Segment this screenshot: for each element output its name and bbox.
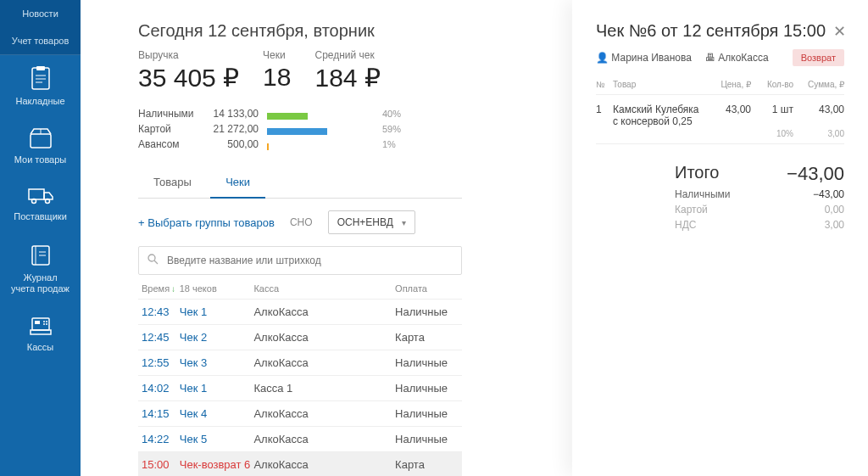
total-value: −43,00 [787,163,844,185]
register-name: 🖶 АлкоКасса [705,52,769,64]
cell-check: Чек 1 [180,305,254,318]
clipboard-icon [29,65,53,91]
metric-label: Выручка [138,49,239,61]
sidebar-item-sales-log[interactable]: Журнал учета продаж [0,233,81,305]
search-input-wrapper[interactable] [138,246,462,275]
table-row[interactable]: 14:22 Чек 5 АлкоКасса Наличные [138,426,462,451]
cell-time: 12:43 [138,305,180,318]
item-tax-row: 10%3,00 [596,129,844,144]
search-icon [147,254,159,267]
cell-time: 12:45 [138,331,180,344]
payment-bar [267,110,369,117]
svg-point-20 [46,323,47,325]
metric-checks: Чеки 18 [263,49,291,92]
sidebar-item-label: Поставщики [14,211,67,222]
tab-checks[interactable]: Чеки [210,167,265,199]
cell-time: 14:02 [138,382,180,395]
col-pay-header[interactable]: Оплата [395,283,462,294]
cell-check: Чек 1 [180,382,254,395]
table-row[interactable]: 12:43 Чек 1 АлкоКасса Наличные [138,299,462,324]
close-icon[interactable]: ✕ [833,22,846,41]
nds-label: НДС [675,219,696,231]
cell-kassa: АлкоКасса [253,331,395,344]
sidebar-item-my-goods[interactable]: Мои товары [0,117,81,176]
search-input[interactable] [167,255,453,266]
cell-pay: Наличные [395,433,462,445]
metric-value: 35 405 ₽ [138,63,239,92]
payment-pct: 59% [382,124,401,134]
table-row[interactable]: 12:45 Чек 2 АлкоКасса Карта [138,324,462,350]
svg-rect-5 [31,134,51,148]
sidebar: Новости Учет товаров Накладные Мои товар… [0,0,81,476]
payment-label: Авансом [138,138,199,150]
metric-label: Средний чек [314,49,380,61]
sidebar-item-invoices[interactable]: Накладные [0,55,81,117]
check-detail-panel: ✕ Чек №6 от 12 сентября 15:00 👤 Марина И… [572,0,868,476]
cash-label: Наличными [675,188,731,200]
sidebar-item-label: Мои товары [14,154,67,165]
sidebar-item-label: Журнал учета продаж [11,272,70,294]
metric-average: Средний чек 184 ₽ [314,49,380,92]
cell-pay: Наличные [395,305,462,318]
sidebar-link-inventory[interactable]: Учет товаров [0,27,81,54]
svg-line-22 [154,260,158,264]
tab-products[interactable]: Товары [138,167,207,197]
box-icon [28,127,53,149]
cashier-name: 👤 Марина Иванова [596,52,692,64]
sidebar-item-label: Накладные [15,96,64,107]
cash-register-icon [29,315,53,337]
cell-kassa: АлкоКасса [253,305,395,318]
svg-point-8 [31,199,36,204]
col-kassa-header[interactable]: Касса [253,283,395,294]
table-row[interactable]: 15:00 Чек-возврат 6 АлкоКасса Карта [138,451,462,476]
cell-pay: Наличные [395,356,462,369]
cell-kassa: АлкоКасса [253,458,395,471]
payment-label: Наличными [138,108,199,120]
payment-row: Наличными 14 133,00 40% [138,108,462,120]
register-icon: 🖶 [705,52,718,64]
chevron-down-icon: ▾ [402,218,406,227]
payment-amount: 21 272,00 [208,123,259,135]
svg-rect-1 [36,66,45,70]
sidebar-item-label: Кассы [27,342,53,353]
sort-asc-icon: ↓ [171,284,175,294]
payment-pct: 40% [382,109,401,119]
payment-pct: 1% [382,139,396,149]
cell-check: Чек 5 [180,433,254,445]
col-check-header[interactable]: 18 чеков [180,283,254,294]
col-time-header[interactable]: Время [142,283,170,294]
card-value: 0,00 [825,204,844,216]
sno-select[interactable]: ОСН+ЕНВД ▾ [328,210,415,234]
totals-block: Итого −43,00 Наличными −43,00 Картой 0,0… [675,161,844,232]
return-badge: Возврат [793,49,844,66]
svg-rect-7 [29,189,44,199]
detail-title: Чек №6 от 12 сентября 15:00 [596,21,844,41]
cell-kassa: АлкоКасса [253,433,395,445]
cell-kassa: АлкоКасса [253,407,395,420]
cell-time: 15:00 [138,458,180,471]
sidebar-link-news[interactable]: Новости [0,0,81,27]
total-label: Итого [675,163,719,185]
item-row: 1Камский Кулебяка с консервой 0,2543,001… [596,95,844,129]
sidebar-item-suppliers[interactable]: Поставщики [0,176,81,232]
cell-pay: Карта [395,331,462,344]
cell-time: 14:22 [138,433,180,445]
select-groups-button[interactable]: + Выбрать группы товаров [138,216,275,229]
cell-time: 12:55 [138,356,180,369]
cell-pay: Наличные [395,382,462,395]
book-icon [30,244,52,267]
main-content: Сегодня 12 сентября, вторник Выручка 35 … [81,0,868,476]
page-title: Сегодня 12 сентября, вторник [138,21,462,41]
table-row[interactable]: 14:02 Чек 1 Касса 1 Наличные [138,375,462,400]
sidebar-item-registers[interactable]: Кассы [0,305,81,363]
svg-point-18 [46,321,47,322]
table-row[interactable]: 12:55 Чек 3 АлкоКасса Наличные [138,350,462,375]
item-table-header: № Товар Цена, ₽ Кол-во Сумма, ₽ [596,80,844,95]
payment-bar [267,126,369,132]
cell-check: Чек 2 [180,331,254,344]
payment-label: Картой [138,123,199,135]
truck-icon [27,186,54,206]
cell-pay: Наличные [395,407,462,420]
table-row[interactable]: 14:15 Чек 4 АлкоКасса Наличные [138,400,462,426]
sno-label: СНО [290,216,313,228]
